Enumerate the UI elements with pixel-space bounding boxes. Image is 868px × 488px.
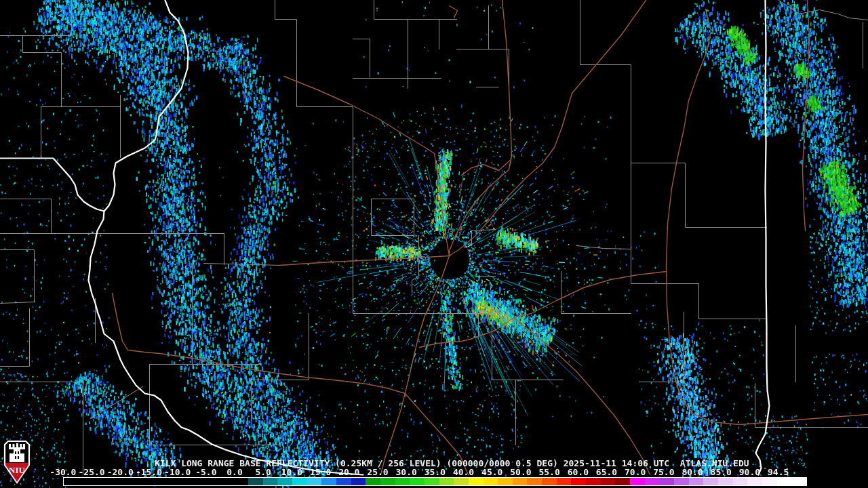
- colorbar-label: 10.0: [277, 467, 307, 477]
- colorbar-segment: [542, 478, 557, 485]
- colorbar-segment: [307, 478, 322, 485]
- colorbar-segment: [292, 478, 307, 485]
- colorbar-label: -5.0: [191, 467, 220, 477]
- colorbar-segment: [557, 478, 572, 485]
- colorbar-segment: [586, 478, 601, 485]
- colorbar-label: 15.0: [306, 467, 335, 477]
- colorbar-label: 30.0: [392, 467, 421, 477]
- colorbar-label: 60.0: [564, 467, 593, 477]
- colorbar-segment: [484, 478, 498, 485]
- radar-map-canvas: [0, 0, 868, 488]
- colorbar-segment: [425, 478, 439, 485]
- colorbar-label: 90.0: [735, 467, 764, 477]
- colorbar-segment: [439, 478, 454, 485]
- colorbar-label: 45.0: [477, 467, 507, 477]
- colorbar-label: -20.0: [106, 467, 135, 477]
- colorbar-label: 0.0: [220, 467, 250, 477]
- colorbar-segment: [469, 478, 484, 485]
- radar-product-image: NIU KILX LONG RANGE BASE REFLECTIVITY (0…: [0, 0, 868, 488]
- colorbar-segment: [277, 478, 292, 485]
- colorbar-segment: [791, 478, 806, 485]
- colorbar-label: 5.0: [249, 467, 278, 477]
- colorbar-segment: [777, 478, 792, 485]
- colorbar-segment: [366, 478, 380, 485]
- colorbar-segment: [410, 478, 425, 485]
- colorbar-below-zero-zone: [64, 478, 248, 485]
- colorbar-label: 75.0: [649, 467, 678, 477]
- colorbar-segment: [336, 478, 351, 485]
- colorbar-segment: [645, 478, 660, 485]
- colorbar-segment: [454, 478, 469, 485]
- colorbar-label: 25.0: [363, 467, 392, 477]
- colorbar-segment: [380, 478, 395, 485]
- colorbar-segment: [674, 478, 689, 485]
- colorbar-segment: [733, 478, 748, 485]
- colorbar-segment: [498, 478, 513, 485]
- colorbar-segment: [718, 478, 733, 485]
- colorbar-label: 85.0: [707, 467, 736, 477]
- colorbar-segment: [689, 478, 704, 485]
- colorbar-label: 50.0: [506, 467, 535, 477]
- colorbar-label: 70.0: [620, 467, 650, 477]
- colorbar-label: -10.0: [163, 467, 192, 477]
- colorbar-label: -25.0: [77, 467, 106, 477]
- colorbar: [63, 477, 807, 486]
- colorbar-segment: [630, 478, 645, 485]
- colorbar-label: 65.0: [592, 467, 621, 477]
- colorbar-segment: [747, 478, 762, 485]
- colorbar-label: 80.0: [678, 467, 707, 477]
- colorbar-segment: [703, 478, 718, 485]
- colorbar-label: -30.0: [48, 467, 77, 477]
- colorbar-segment: [527, 478, 542, 485]
- colorbar-label: -15.0: [134, 467, 163, 477]
- colorbar-segment: [571, 478, 586, 485]
- colorbar-segment: [601, 478, 616, 485]
- colorbar-segment: [513, 478, 528, 485]
- colorbar-segment: [615, 478, 630, 485]
- colorbar-label: 94.5: [764, 467, 793, 477]
- colorbar-label: 20.0: [334, 467, 363, 477]
- colorbar-scale-labels: -30.0-25.0-20.0-15.0-10.0-5.00.05.010.01…: [0, 467, 868, 476]
- colorbar-label: 55.0: [535, 467, 564, 477]
- colorbar-segment: [762, 478, 777, 485]
- colorbar-label: 40.0: [449, 467, 478, 477]
- colorbar-segment: [659, 478, 674, 485]
- niu-logo: NIU: [3, 440, 31, 485]
- colorbar-segment: [395, 478, 410, 485]
- colorbar-segment: [248, 478, 263, 485]
- colorbar-segment: [263, 478, 278, 485]
- colorbar-label: 35.0: [420, 467, 450, 477]
- colorbar-segment: [351, 478, 366, 485]
- colorbar-segment: [321, 478, 336, 485]
